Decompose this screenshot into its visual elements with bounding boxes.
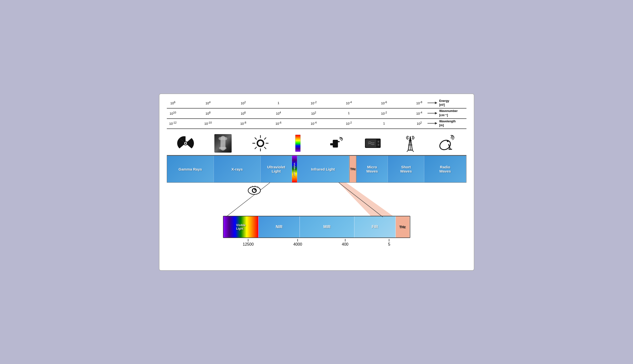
wn-val-3: 106 <box>237 111 249 116</box>
visible-icon-container <box>283 134 313 153</box>
zoom-mir: MIR <box>300 216 355 238</box>
thz-band: THz <box>349 156 356 182</box>
wn-label-12500: 12500 <box>243 242 254 246</box>
svg-point-31 <box>447 140 449 142</box>
microwave-icon <box>364 134 381 152</box>
main-panel: 106 104 102 1 10-2 10-4 10-6 10-8 Energy… <box>159 94 474 271</box>
wn-val-8: 10-4 <box>413 111 425 116</box>
zoom-bar: VisibleLight NIR MIR FIR THz <box>223 216 410 238</box>
wl-val-8: 102 <box>413 121 425 126</box>
dish-icon <box>439 134 456 152</box>
zoom-fir: FIR <box>355 216 396 238</box>
wn-val-7: 10-2 <box>378 111 390 116</box>
zoom-bar-wrapper: VisibleLight NIR MIR FIR THz <box>167 214 467 238</box>
svg-rect-20 <box>377 140 380 147</box>
xray-bone <box>221 136 226 150</box>
wavelength-values: 10-12 10-10 10-8 10-6 10-4 10-2 1 102 <box>167 121 426 126</box>
svg-line-11 <box>264 138 266 139</box>
wavelength-scale-row: 10-12 10-10 10-8 10-6 10-4 10-2 1 102 Wa… <box>167 119 467 128</box>
wn-label-400: 400 <box>342 242 348 246</box>
micro-waves-band: MicroWaves <box>356 156 388 182</box>
gamma-rays-band: Gamma Rays <box>167 156 214 182</box>
infrared-icon-container <box>321 134 350 153</box>
micro-icon-container <box>358 134 388 153</box>
wn-tick-5: 5 <box>388 239 390 246</box>
sun-icon <box>252 134 269 152</box>
radio-waves-band: RadioWaves <box>424 156 466 182</box>
svg-point-40 <box>254 189 256 190</box>
wl-val-7: 1 <box>378 122 390 125</box>
energy-val-4: 1 <box>272 101 285 105</box>
eye-icon-container <box>248 186 261 196</box>
wn-val-1: 1010 <box>167 111 179 116</box>
spectrum-bar: Gamma Rays X-rays UltravioletLight Visib… <box>167 156 467 182</box>
gamma-icon-container <box>171 134 200 153</box>
svg-line-10 <box>264 147 266 149</box>
wn-label-5: 5 <box>388 242 390 246</box>
wavenumber-values: 1010 108 106 104 102 1 10-2 10-4 <box>167 111 426 116</box>
wavenumber-section: 12500 4000 400 5 <box>167 239 467 246</box>
energy-axis-label: Energy[eV] <box>439 99 467 107</box>
wn-val-4: 104 <box>272 111 285 116</box>
scales-section: 106 104 102 1 10-2 10-4 10-6 10-8 Energy… <box>167 99 467 129</box>
energy-val-1: 106 <box>167 101 179 105</box>
wn-tick-12500: 12500 <box>243 239 254 246</box>
wn-tick-400: 400 <box>342 239 348 246</box>
svg-rect-17 <box>337 141 340 142</box>
wl-val-6: 10-2 <box>343 121 355 126</box>
wavelength-axis-line <box>167 128 467 129</box>
energy-values: 106 104 102 1 10-2 10-4 10-6 10-8 <box>167 101 426 105</box>
energy-val-6: 10-4 <box>343 101 355 105</box>
zoom-section: VisibleLight NIR MIR FIR THz 12500 4000 <box>167 182 467 246</box>
wl-val-1: 10-12 <box>167 121 179 126</box>
wavenumber-scale-row: 1010 108 106 104 102 1 10-2 10-4 Wavenum… <box>167 109 467 118</box>
xray-image <box>214 134 232 152</box>
wavenumber-row: 12500 4000 400 5 <box>223 239 410 246</box>
energy-val-2: 104 <box>202 101 214 105</box>
wn-val-5: 102 <box>308 111 320 116</box>
wavelength-axis-label: Wavelength[m] <box>439 119 467 128</box>
xray-icon-container <box>208 134 238 153</box>
svg-line-27 <box>407 150 408 152</box>
wn-tick-4000: 4000 <box>293 239 302 246</box>
wl-val-4: 10-6 <box>272 121 285 126</box>
radiation-icon <box>177 134 194 152</box>
svg-rect-19 <box>366 139 376 147</box>
svg-point-3 <box>185 142 186 144</box>
wavenumber-axis-line <box>167 118 467 119</box>
energy-val-8: 10-8 <box>413 101 425 105</box>
svg-rect-16 <box>330 143 334 145</box>
rainbow-bar <box>295 134 301 152</box>
svg-line-9 <box>255 138 256 139</box>
xrays-band: X-rays <box>214 156 261 182</box>
svg-point-14 <box>258 141 263 146</box>
energy-val-3: 102 <box>237 101 249 105</box>
wl-val-5: 10-4 <box>308 121 320 126</box>
svg-line-12 <box>255 147 256 149</box>
svg-line-28 <box>412 150 414 152</box>
svg-point-21 <box>377 141 379 142</box>
infrared-band: Infrared Light <box>297 156 349 182</box>
eye-icon <box>248 186 261 196</box>
short-waves-band: ShortWaves <box>388 156 424 182</box>
uv-band: UltravioletLight <box>261 156 292 182</box>
zoom-thz: THz <box>396 216 410 238</box>
wn-label-4000: 4000 <box>293 242 302 246</box>
energy-val-5: 10-2 <box>308 101 320 105</box>
wavenumber-axis-label: Wavenumber[cm⁻¹] <box>439 109 467 118</box>
icons-section <box>167 131 467 156</box>
svg-point-22 <box>377 144 379 146</box>
wl-val-3: 10-8 <box>237 121 249 126</box>
visible-light-band: Visible Light <box>292 156 297 182</box>
wl-val-2: 10-10 <box>202 121 214 126</box>
uv-icon-container <box>246 134 275 153</box>
energy-axis-line <box>167 108 467 108</box>
radio-icon-container <box>433 134 463 153</box>
energy-val-7: 10-6 <box>378 101 390 105</box>
zoom-visible-light: VisibleLight <box>224 216 259 238</box>
short-icon-container <box>395 134 425 153</box>
tower-icon <box>402 134 419 152</box>
wn-val-2: 108 <box>202 111 214 116</box>
thermometer-icon <box>327 134 344 152</box>
zoom-nir: NIR <box>259 216 300 238</box>
